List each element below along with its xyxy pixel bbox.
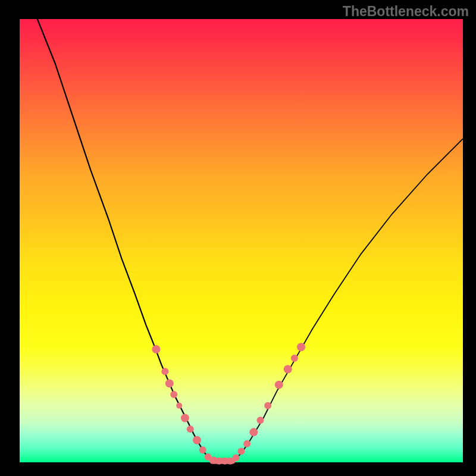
data-point	[233, 455, 240, 462]
data-point	[161, 368, 168, 375]
scatter-dots	[152, 343, 305, 464]
data-point	[284, 365, 292, 374]
data-point	[165, 379, 174, 387]
left-curve	[37, 19, 212, 461]
data-point	[257, 416, 264, 424]
data-point	[170, 391, 177, 398]
data-point	[187, 425, 194, 433]
data-point	[297, 343, 305, 351]
plot-gradient-area	[20, 19, 463, 462]
data-point	[181, 414, 189, 422]
data-point	[249, 428, 258, 436]
data-point	[238, 447, 245, 455]
data-point	[152, 345, 160, 353]
data-point	[264, 402, 271, 409]
data-point	[243, 440, 250, 447]
right-curve	[233, 139, 463, 461]
data-point	[176, 403, 182, 409]
data-point	[193, 436, 201, 444]
data-point	[291, 355, 298, 362]
watermark-text: TheBottleneck.com	[343, 4, 469, 20]
chart-svg	[20, 19, 463, 462]
data-point	[275, 381, 283, 389]
data-point	[199, 446, 206, 453]
